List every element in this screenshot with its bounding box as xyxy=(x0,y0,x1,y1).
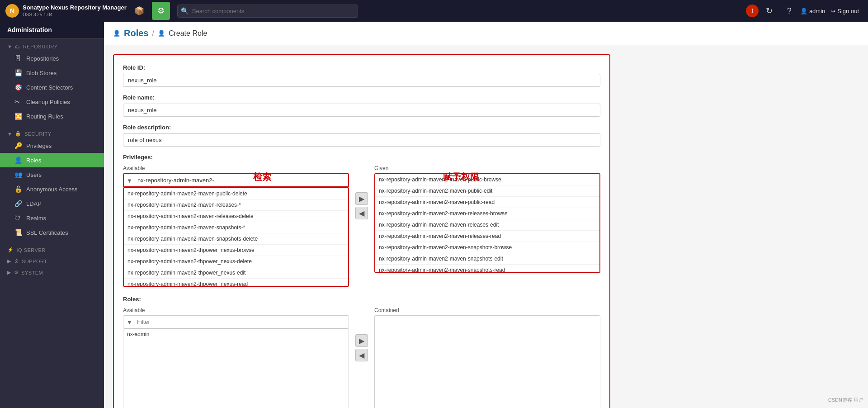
search-container: 🔍 xyxy=(177,5,358,18)
breadcrumb-current: Create Role xyxy=(169,29,207,38)
roles-transfer-left-button[interactable]: ◀ xyxy=(355,349,368,361)
list-item[interactable]: nx-repository-admin-maven2-maven-release… xyxy=(375,208,599,219)
routing-rules-icon: 🔀 xyxy=(14,113,23,120)
roles-transfer-right-button[interactable]: ▶ xyxy=(355,334,368,347)
sidebar-system-label: System xyxy=(21,270,43,275)
sidebar-item-content-selectors[interactable]: 🎯 Content Selectors xyxy=(0,80,104,95)
user-label: admin xyxy=(809,8,825,14)
sidebar-item-repositories[interactable]: 🗄 Repositories xyxy=(0,51,104,66)
repository-icon: 🗂 xyxy=(15,44,20,49)
list-item[interactable]: nx-repository-admin-maven2-maven-public-… xyxy=(124,188,348,199)
chevron-down-icon: ▼ xyxy=(7,44,12,49)
list-item[interactable]: nx-repository-admin-maven2-maven-snapsho… xyxy=(375,253,599,265)
breadcrumb-roles-link[interactable]: Roles xyxy=(124,28,148,38)
signout-button[interactable]: ↪ Sign out xyxy=(827,6,863,16)
sidebar-repository-group[interactable]: ▼ 🗂 Repository xyxy=(0,40,104,51)
user-icon: 👤 xyxy=(800,8,807,14)
signout-icon: ↪ xyxy=(830,8,835,14)
roles-filter-wrap: ▼ xyxy=(123,315,349,328)
warning-badge[interactable]: ! xyxy=(746,5,759,17)
roles-contained-col: Contained xyxy=(374,307,600,408)
sidebar-system-group[interactable]: ▶ ⚙ System xyxy=(0,266,104,277)
list-item[interactable]: nx-repository-admin-maven2-maven-release… xyxy=(124,199,348,211)
sidebar-security-section: ▼ 🔒 Security 🔑 Privileges 👤 Roles 👥 User… xyxy=(0,125,104,242)
logo-text: Sonatype Nexus Repository Manager OSS 3.… xyxy=(23,4,127,18)
sidebar-item-routing-rules[interactable]: 🔀 Routing Rules xyxy=(0,109,104,123)
sidebar-item-realms-label: Realms xyxy=(26,215,46,222)
sidebar-item-privileges-label: Privileges xyxy=(26,142,52,149)
roles-available-list[interactable]: nx-admin xyxy=(123,328,349,408)
privileges-icon: 🔑 xyxy=(14,142,23,149)
refresh-button[interactable]: ↻ xyxy=(760,2,778,20)
form-box: Role ID: Role name: Role description: Pr… xyxy=(113,54,610,408)
sidebar-item-users-label: Users xyxy=(26,171,42,178)
roles-contained-list[interactable] xyxy=(374,315,600,408)
sidebar-item-anonymous-access[interactable]: 🔓 Anonymous Access xyxy=(0,182,104,196)
breadcrumb: 👤 Roles / 👤 Create Role xyxy=(104,22,868,45)
user-info: 👤 admin xyxy=(800,8,825,14)
list-item[interactable]: nx-repository-admin-maven2-maven-release… xyxy=(375,219,599,231)
privileges-available-col: Available ▼ nx-repository-admin-maven2-m… xyxy=(123,165,349,287)
role-desc-input[interactable] xyxy=(123,133,600,147)
search-icon: 🔍 xyxy=(181,7,189,14)
sidebar-item-repositories-label: Repositories xyxy=(26,55,59,62)
sidebar-item-privileges[interactable]: 🔑 Privileges xyxy=(0,138,104,153)
list-item[interactable]: nx-repository-admin-maven2-maven-public-… xyxy=(375,174,599,185)
sidebar-item-blob-stores-label: Blob Stores xyxy=(26,70,57,76)
security-icon: 🔒 xyxy=(15,131,22,137)
role-name-label: Role name: xyxy=(123,94,600,101)
list-item[interactable]: nx-repository-admin-maven2-thpower_nexus… xyxy=(124,245,348,256)
ldap-icon: 🔗 xyxy=(14,200,23,207)
list-item[interactable]: nx-admin xyxy=(123,329,349,340)
nav-settings-button[interactable]: ⚙ xyxy=(152,2,170,20)
list-item[interactable]: nx-repository-admin-maven2-maven-snapsho… xyxy=(124,233,348,245)
sidebar-item-blob-stores[interactable]: 💾 Blob Stores xyxy=(0,66,104,80)
sidebar-iq-server-group[interactable]: ⚡ IQ Server xyxy=(0,243,104,255)
list-item[interactable]: nx-repository-admin-maven2-maven-public-… xyxy=(375,185,599,197)
sidebar-item-realms[interactable]: 🛡 Realms xyxy=(0,211,104,225)
transfer-left-button[interactable]: ◀ xyxy=(355,207,368,219)
privileges-label: Privileges: xyxy=(123,154,600,161)
app-title: Sonatype Nexus Repository Manager xyxy=(23,4,127,12)
sidebar-security-group[interactable]: ▼ 🔒 Security xyxy=(0,127,104,138)
annotation-grant: 赋予权限 xyxy=(443,171,479,183)
role-id-input[interactable] xyxy=(123,74,600,87)
privileges-filter-input[interactable] xyxy=(123,173,349,187)
sidebar-item-cleanup-policies-label: Cleanup Policies xyxy=(26,99,70,105)
annotation-search: 检索 xyxy=(253,171,271,183)
sidebar-item-cleanup-policies[interactable]: ✂ Cleanup Policies xyxy=(0,95,104,109)
privileges-available-list[interactable]: nx-repository-admin-maven2-maven-public-… xyxy=(123,187,349,287)
cleanup-policies-icon: ✂ xyxy=(14,98,23,105)
list-item[interactable]: nx-repository-admin-maven2-maven-release… xyxy=(375,231,599,242)
sidebar: Administration ▼ 🗂 Repository 🗄 Reposito… xyxy=(0,22,104,408)
roles-contained-header: Contained xyxy=(374,307,600,313)
watermark: CSDN博客 用户 xyxy=(828,397,863,403)
list-item[interactable]: nx-repository-admin-maven2-thpower_nexus… xyxy=(124,267,348,279)
sidebar-item-roles[interactable]: 👤 Roles xyxy=(0,153,104,167)
list-item[interactable]: nx-repository-admin-maven2-maven-public-… xyxy=(375,197,599,208)
list-item[interactable]: nx-repository-admin-maven2-maven-snapsho… xyxy=(375,242,599,253)
chevron-right-icon-2: ▶ xyxy=(7,270,11,275)
main-content: 👤 Roles / 👤 Create Role Role ID: Role na… xyxy=(104,22,868,408)
filter-icon: ▼ xyxy=(127,177,132,184)
roles-filter-input[interactable] xyxy=(123,315,349,328)
list-item[interactable]: nx-repository-admin-maven2-maven-release… xyxy=(124,211,348,222)
iq-icon: ⚡ xyxy=(7,247,14,253)
role-name-input[interactable] xyxy=(123,104,600,117)
sidebar-support-group[interactable]: ▶ 🎗 Support xyxy=(0,255,104,266)
roles-columns: Available ▼ nx-admin ▶ ◀ Cont xyxy=(123,307,600,408)
system-icon: ⚙ xyxy=(14,270,19,275)
transfer-right-button[interactable]: ▶ xyxy=(355,192,368,205)
nav-packages-button[interactable]: 📦 xyxy=(130,2,148,20)
sidebar-item-users[interactable]: 👥 Users xyxy=(0,167,104,182)
sidebar-item-ldap[interactable]: 🔗 LDAP xyxy=(0,196,104,211)
sidebar-item-ssl-certificates[interactable]: 📜 SSL Certificates xyxy=(0,225,104,240)
help-button[interactable]: ? xyxy=(780,2,798,20)
list-item[interactable]: nx-repository-admin-maven2-thpower_nexus… xyxy=(124,279,348,287)
list-item[interactable]: nx-repository-admin-maven2-maven-snapsho… xyxy=(124,222,348,233)
privileges-given-list[interactable]: nx-repository-admin-maven2-maven-public-… xyxy=(374,173,600,273)
list-item[interactable]: nx-repository-admin-maven2-maven-snapsho… xyxy=(375,265,599,273)
ssl-icon: 📜 xyxy=(14,229,23,236)
search-input[interactable] xyxy=(177,5,358,18)
list-item[interactable]: nx-repository-admin-maven2-thpower_nexus… xyxy=(124,256,348,267)
